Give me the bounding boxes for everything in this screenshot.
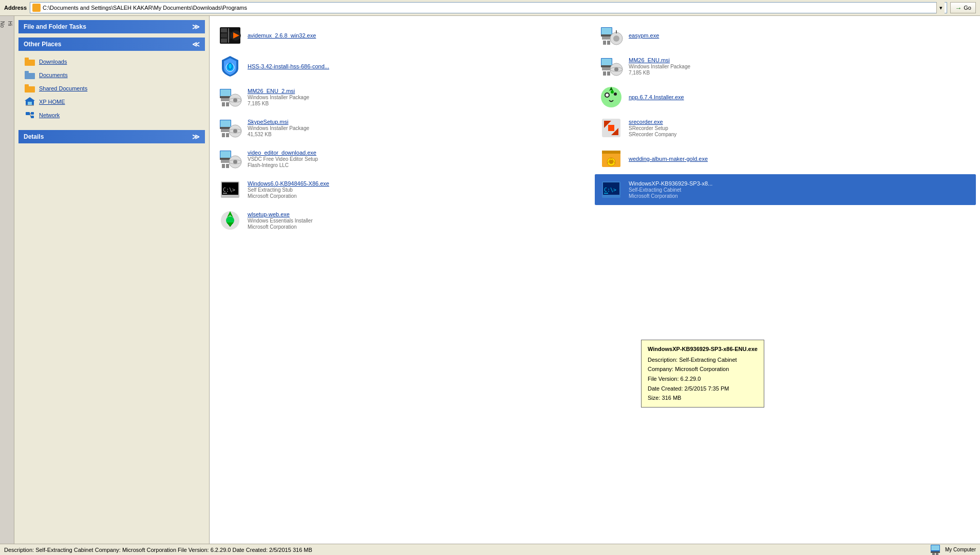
shared-documents-icon <box>25 83 35 94</box>
svg-rect-4 <box>25 86 35 92</box>
tooltip-company-label: Company: <box>648 366 673 372</box>
documents-icon <box>25 70 35 80</box>
hss-icon <box>218 54 242 79</box>
file-item-windows6[interactable]: C:\> Windows6.0-KB948465-X86.exe Self Ex… <box>214 174 595 205</box>
xp-home-icon <box>25 97 35 107</box>
tooltip-date-value: 2/5/2015 7:35 PM <box>685 385 729 392</box>
sidebar-item-xp-home[interactable]: XP HOME <box>21 95 203 108</box>
npp-name: npp.6.7.4.Installer.exe <box>629 94 684 100</box>
svg-rect-27 <box>603 41 606 45</box>
file-folder-tasks-title: File and Folder Tasks <box>24 23 86 30</box>
svg-rect-97 <box>932 553 935 555</box>
other-places-header[interactable]: Other Places ≪ <box>18 38 205 51</box>
sidebar-item-downloads[interactable]: Downloads <box>21 55 203 68</box>
wlsetup-name: wlsetup-web.exe <box>248 211 313 217</box>
address-dropdown-button[interactable]: ▾ <box>936 2 945 13</box>
mm26enu-meta1: Windows Installer Package <box>629 64 690 69</box>
svg-rect-2 <box>25 73 35 79</box>
svg-point-57 <box>611 90 614 94</box>
svg-point-55 <box>606 94 609 97</box>
wlsetup-info: wlsetup-web.exe Windows Essentials Insta… <box>248 211 313 230</box>
windows6-icon: C:\> <box>218 177 242 202</box>
details-section: Details ≫ <box>18 130 205 143</box>
svg-rect-72 <box>220 151 231 158</box>
sidebar-item-shared-documents[interactable]: Shared Documents <box>21 82 203 95</box>
file-folder-tasks-header[interactable]: File and Folder Tasks ≫ <box>18 20 205 33</box>
svg-rect-1 <box>25 58 29 60</box>
svg-rect-26 <box>602 36 611 40</box>
file-item-skype[interactable]: SkypeSetup.msi Windows Installer Package… <box>214 113 595 143</box>
easypm-name: easypm.exe <box>629 32 659 39</box>
file-item-avidemux[interactable]: avidemux_2.6.8_win32.exe <box>214 20 595 51</box>
svg-rect-47 <box>221 98 230 101</box>
file-tooltip: WindowsXP-KB936929-SP3-x86-ENU.exe Descr… <box>641 340 764 408</box>
avidemux-name: avidemux_2.6.8_win32.exe <box>248 32 316 39</box>
file-item-easypm[interactable]: easypm.exe <box>595 20 976 51</box>
file-item-windowsxp-sp3[interactable]: C:\> WindowsXP-KB936929-SP3-x8... Self-E… <box>595 174 976 205</box>
details-chevron: ≫ <box>192 133 200 141</box>
file-item-mm26enu[interactable]: MM26_ENU.msi Windows Installer Package 7… <box>595 51 976 82</box>
status-my-computer-label: My Computer <box>945 547 976 552</box>
file-item-wedding[interactable]: wedding-album-maker-gold.exe <box>595 143 976 174</box>
svg-rect-87 <box>223 193 227 194</box>
file-item-video-editor[interactable]: video_editor_download.exe VSDC Free Vide… <box>214 143 595 174</box>
file-item-wlsetup[interactable]: wlsetup-web.exe Windows Essentials Insta… <box>214 205 595 236</box>
avidemux-icon <box>218 23 242 48</box>
status-bar-right: My Computer <box>931 545 976 555</box>
details-title: Details <box>24 133 44 140</box>
npp-icon <box>599 85 624 109</box>
network-label: Network <box>39 112 60 118</box>
svg-marker-9 <box>25 97 35 101</box>
svg-rect-59 <box>220 120 231 127</box>
details-header[interactable]: Details ≫ <box>18 130 205 143</box>
go-button[interactable]: → Go <box>950 2 976 13</box>
sidebar-item-documents[interactable]: Documents <box>21 68 203 82</box>
svg-rect-75 <box>222 164 225 168</box>
file-folder-tasks-section: File and Folder Tasks ≫ <box>18 20 205 33</box>
svg-rect-10 <box>26 112 30 115</box>
file-item-mm26enu2[interactable]: MM26_ENU_2.msi Windows Installer Package… <box>214 82 595 113</box>
other-places-content: Downloads Documents <box>18 51 205 126</box>
left-edge-text: Hi <box>6 20 14 549</box>
file-folder-tasks-chevron: ≫ <box>192 23 200 31</box>
file-item-hss[interactable]: HSS-3.42-install-hss-686-cond... <box>214 51 595 82</box>
other-places-title: Other Places <box>24 41 61 48</box>
svg-rect-96 <box>931 551 940 553</box>
svg-rect-49 <box>226 102 229 106</box>
file-item-srecorder[interactable]: srecorder.exe SRecorder Setup SRecorder … <box>595 113 976 143</box>
wlsetup-icon <box>218 208 242 233</box>
tooltip-date-label: Date Created: <box>648 385 683 392</box>
mm26enu2-meta2: 7,185 KB <box>248 101 309 106</box>
tooltip-description-row: Description: Self-Extracting Cabinet <box>648 355 758 365</box>
go-label: Go <box>964 5 971 11</box>
documents-label: Documents <box>39 72 68 78</box>
svg-rect-95 <box>931 545 939 550</box>
svg-rect-0 <box>25 60 35 66</box>
svg-point-51 <box>233 98 237 102</box>
npp-info: npp.6.7.4.Installer.exe <box>629 94 684 100</box>
svg-text:C:\>: C:\> <box>604 187 616 193</box>
address-input-wrapper[interactable]: C:\Documents and Settings\SALEH KAKAR\My… <box>30 2 947 13</box>
svg-rect-12 <box>31 116 34 118</box>
svg-rect-70 <box>608 125 614 131</box>
svg-rect-28 <box>607 41 610 45</box>
main-layout: Hi No Fi Yo ht OF Af Ar File and Folder … <box>0 16 980 553</box>
tooltip-company-value: Microsoft Corporation <box>675 366 729 372</box>
tooltip-date-row: Date Created: 2/5/2015 7:35 PM <box>648 384 758 394</box>
windows6-info: Windows6.0-KB948465-X86.exe Self Extract… <box>248 180 329 199</box>
skype-info: SkypeSetup.msi Windows Installer Package… <box>248 119 309 137</box>
windowsxp-sp3-name: WindowsXP-KB936929-SP3-x8... <box>629 180 712 187</box>
svg-rect-63 <box>226 133 229 137</box>
svg-point-34 <box>229 64 232 69</box>
sidebar-item-network[interactable]: Network <box>21 108 203 122</box>
mm26enu-info: MM26_ENU.msi Windows Installer Package 7… <box>629 57 690 76</box>
mm26enu-name: MM26_ENU.msi <box>629 57 690 63</box>
address-folder-icon <box>32 4 41 12</box>
file-grid: avidemux_2.6.8_win32.exe <box>210 16 980 240</box>
file-item-npp[interactable]: npp.6.7.4.Installer.exe <box>595 82 976 113</box>
mm26enu2-icon <box>218 85 242 109</box>
easypm-icon <box>599 23 624 48</box>
hss-info: HSS-3.42-install-hss-686-cond... <box>248 63 329 69</box>
windows6-name: Windows6.0-KB948465-X86.exe <box>248 180 329 187</box>
svg-rect-74 <box>221 160 230 163</box>
